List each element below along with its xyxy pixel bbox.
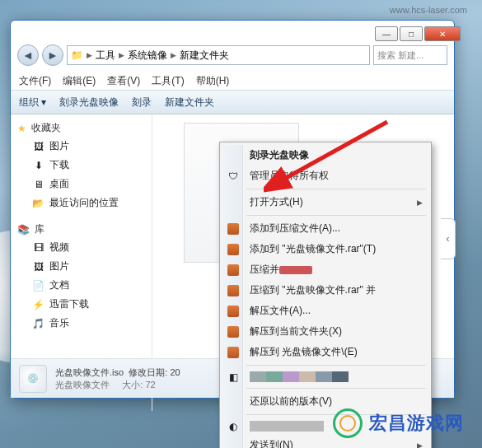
chevron-right-icon: ▶: [417, 198, 423, 207]
cm-compress-rar[interactable]: 压缩到 "光盘映像文件.rar" 并: [222, 280, 429, 301]
chevron-right-icon: ▶: [87, 51, 92, 59]
recent-icon: 📂: [32, 197, 44, 209]
status-size: 72: [145, 380, 155, 390]
star-icon: ★: [17, 123, 26, 134]
watermark-logo: 宏昌游戏网: [333, 408, 464, 438]
cm-label: 管理员取得所有权: [250, 169, 329, 183]
search-placeholder: 搜索 新建...: [377, 49, 424, 62]
cm-extract-to[interactable]: 解压到 光盘镜像文件\(E): [222, 342, 429, 362]
sidebar-item-label: 音乐: [49, 316, 69, 330]
rar-icon: [227, 305, 240, 318]
cm-label: 压缩并: [250, 263, 279, 277]
favorites-label: 收藏夹: [31, 121, 61, 135]
back-button[interactable]: ◄: [17, 44, 39, 66]
music-icon: 🎵: [32, 317, 44, 329]
cm-label: 还原以前的版本(V): [250, 394, 332, 408]
status-moddate: 20: [170, 367, 180, 377]
cm-label: 刻录光盘映像: [250, 148, 309, 162]
cm-burn-image[interactable]: 刻录光盘映像: [222, 145, 429, 166]
cm-label: 解压文件(A)...: [250, 304, 311, 318]
libraries-icon: 📚: [17, 223, 30, 236]
menu-tools[interactable]: 工具(T): [152, 74, 184, 88]
status-size-label: 大小:: [122, 380, 143, 390]
cm-add-rar[interactable]: 添加到 "光盘镜像文件.rar"(T): [222, 239, 429, 259]
libraries-header[interactable]: 📚 库: [14, 221, 148, 238]
cm-extract[interactable]: 解压文件(A)...: [222, 301, 429, 321]
favorites-header[interactable]: ★ 收藏夹: [14, 119, 148, 137]
rar-icon: [227, 243, 240, 256]
maximize-button[interactable]: □: [400, 26, 423, 41]
sidebar-item-desktop[interactable]: 🖥桌面: [14, 175, 148, 194]
sidebar-item-music[interactable]: 🎵音乐: [14, 314, 148, 333]
sidebar-item-label: 迅雷下载: [49, 297, 89, 311]
downloads-icon: ⬇: [32, 159, 44, 171]
search-input[interactable]: 搜索 新建...: [373, 45, 447, 65]
address-bar: ◄ ► 📁 ▶ 工具 ▶ 系统镜像 ▶ 新建文件夹 搜索 新建...: [17, 44, 447, 67]
window-controls: — □ ✕: [375, 26, 461, 41]
app-icon: ◐: [227, 420, 240, 433]
burn-button[interactable]: 刻录: [132, 96, 152, 110]
sidebar-item-label: 图片: [49, 259, 69, 273]
status-moddate-label: 修改日期:: [129, 367, 167, 377]
cm-label: 打开方式(H): [250, 195, 303, 209]
cm-extract-here[interactable]: 解压到当前文件夹(X): [222, 321, 429, 342]
videos-icon: 🎞: [32, 241, 44, 254]
burn-image-button[interactable]: 刻录光盘映像: [59, 96, 119, 110]
cm-compress-and[interactable]: 压缩并: [222, 259, 429, 280]
sidebar-item-videos[interactable]: 🎞视频: [14, 238, 148, 257]
sidebar-item-thunder[interactable]: ⚡迅雷下载: [14, 295, 148, 314]
redacted-text: [279, 266, 312, 274]
chevron-right-icon: ▶: [417, 441, 423, 449]
sidebar-item-label: 桌面: [49, 177, 69, 191]
sidebar-item-documents[interactable]: 📄文档: [14, 276, 148, 295]
forward-button[interactable]: ►: [42, 44, 63, 66]
cm-label: 解压到 光盘镜像文件\(E): [250, 345, 358, 359]
chevron-right-icon: ▶: [171, 51, 176, 59]
new-folder-button[interactable]: 新建文件夹: [165, 96, 214, 110]
sidebar-item-label: 最近访问的位置: [49, 196, 119, 210]
sidebar-item-label: 视频: [49, 240, 69, 254]
cm-admin-own[interactable]: 🛡管理员取得所有权: [222, 166, 429, 186]
minimize-button[interactable]: —: [375, 26, 398, 41]
context-menu: 刻录光盘映像 🛡管理员取得所有权 打开方式(H)▶ 添加到压缩文件(A)... …: [219, 142, 432, 448]
sidebar-item-recent[interactable]: 📂最近访问的位置: [14, 194, 148, 212]
status-filename: 光盘映像文件.iso: [55, 367, 124, 377]
menu-file[interactable]: 文件(F): [19, 74, 51, 88]
pictures-icon: 🖼: [32, 140, 44, 152]
cm-open-with[interactable]: 打开方式(H)▶: [222, 192, 429, 212]
sidebar-item-downloads[interactable]: ⬇下载: [14, 156, 148, 175]
logo-icon: [333, 408, 363, 438]
cm-label: 解压到当前文件夹(X): [250, 324, 342, 338]
rar-icon: [227, 346, 240, 359]
shield-icon: 🛡: [227, 170, 240, 183]
cm-label: 发送到(N): [250, 438, 293, 448]
disc-image-icon: 💿: [19, 365, 47, 393]
desktop-icon: 🖥: [32, 178, 44, 190]
sidebar-item-pictures[interactable]: 🖼图片: [14, 137, 148, 156]
chevron-right-icon: ▶: [119, 51, 124, 59]
cm-add-archive[interactable]: 添加到压缩文件(A)...: [222, 218, 429, 239]
redacted-text: [250, 421, 324, 432]
breadcrumb-seg[interactable]: 工具: [96, 49, 115, 63]
sidebar-item-label: 文档: [49, 278, 69, 292]
watermark-url: www.hcs-laser.com: [390, 5, 467, 15]
menu-view[interactable]: 查看(V): [107, 74, 140, 88]
breadcrumb-seg[interactable]: 系统镜像: [128, 49, 167, 63]
breadcrumb[interactable]: 📁 ▶ 工具 ▶ 系统镜像 ▶ 新建文件夹: [67, 45, 370, 65]
close-button[interactable]: ✕: [424, 26, 461, 41]
cm-redacted-row[interactable]: ◧: [222, 368, 429, 385]
pictures-icon: 🖼: [32, 260, 44, 273]
menu-bar: 文件(F) 编辑(E) 查看(V) 工具(T) 帮助(H): [11, 72, 454, 90]
cm-label: 添加到 "光盘镜像文件.rar"(T): [250, 242, 376, 256]
rar-icon: [227, 222, 240, 236]
cm-label: 压缩到 "光盘映像文件.rar" 并: [250, 283, 376, 297]
sidebar-item-pictures2[interactable]: 🖼图片: [14, 257, 148, 276]
redacted-text: [250, 371, 349, 382]
menu-edit[interactable]: 编辑(E): [63, 74, 96, 88]
cm-label: 添加到压缩文件(A)...: [250, 222, 340, 236]
menu-help[interactable]: 帮助(H): [196, 74, 230, 88]
libraries-label: 库: [35, 222, 44, 236]
sidebar-item-label: 下载: [49, 158, 69, 172]
breadcrumb-seg[interactable]: 新建文件夹: [180, 49, 229, 63]
organize-button[interactable]: 组织 ▾: [19, 96, 46, 110]
